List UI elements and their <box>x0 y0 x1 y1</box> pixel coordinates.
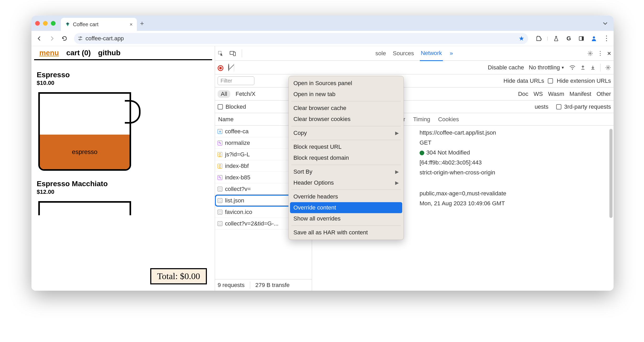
ctx-open-tab[interactable]: Open in new tab <box>289 89 404 100</box>
network-filter-row: Filter Hide data URLs Hide extension URL… <box>215 74 614 87</box>
mug-fill-label: espresso <box>72 148 97 156</box>
network-conditions-icon[interactable] <box>569 65 576 70</box>
device-toolbar-icon[interactable] <box>230 51 237 56</box>
chevron-right-icon: ▶ <box>395 130 399 136</box>
forward-button[interactable] <box>47 33 57 44</box>
ctx-sort-by[interactable]: Sort By▶ <box>289 166 404 177</box>
hide-ext-checkbox[interactable] <box>548 78 553 84</box>
settings-gear-icon[interactable] <box>587 51 593 56</box>
extensions-icon[interactable] <box>534 34 543 43</box>
disable-cache-label[interactable]: Disable cache <box>488 64 524 71</box>
url-text: coffee-cart.app <box>85 35 516 42</box>
network-blocked-row: Blocked uests 3rd-party requests <box>215 101 614 113</box>
tab-sources[interactable]: Sources <box>392 50 415 57</box>
titlebar: Coffee cart × + <box>31 16 614 31</box>
filter-manifest[interactable]: Manifest <box>570 91 591 97</box>
url-bar-row: coffee-cart.app ★ | G ⋮ <box>31 31 614 46</box>
ctx-override-headers[interactable]: Override headers <box>289 191 404 202</box>
devtools-kebab-icon[interactable]: ⋮ <box>597 50 603 57</box>
record-button[interactable] <box>218 64 223 71</box>
filter-fetch[interactable]: Fetch/X <box>235 91 255 97</box>
tab-title: Coffee cart <box>73 21 98 27</box>
svg-rect-3 <box>81 39 82 40</box>
side-panel-icon[interactable] <box>577 34 586 43</box>
filter-ws[interactable]: WS <box>534 91 543 97</box>
hide-data-urls-label[interactable]: Hide data URLs <box>503 78 544 84</box>
request-url-value: https://coffee-cart.app/list.json <box>420 129 610 136</box>
upload-icon[interactable] <box>580 65 586 70</box>
svg-rect-5 <box>78 39 79 40</box>
reload-button[interactable] <box>59 33 70 44</box>
blocked-label[interactable]: Blocked <box>226 103 246 110</box>
tab-timing[interactable]: Timing <box>413 116 430 123</box>
more-tabs-icon[interactable]: » <box>448 50 455 57</box>
ctx-show-overrides[interactable]: Show all overrides <box>289 213 404 224</box>
page-viewport: menu cart (0) github Espresso $10.00 esp… <box>31 46 215 291</box>
nav-menu-link[interactable]: menu <box>39 49 59 57</box>
third-party-label[interactable]: 3rd-party requests <box>564 103 611 110</box>
filter-all[interactable]: All <box>218 90 230 98</box>
ctx-clear-cookies[interactable]: Clear browser cookies <box>289 114 404 125</box>
total-box[interactable]: Total: $0.00 <box>150 268 207 284</box>
profile-icon[interactable] <box>589 34 598 43</box>
nav-cart-link[interactable]: cart (0) <box>66 49 91 57</box>
close-tab-button[interactable]: × <box>130 21 133 27</box>
mug-illustration-2[interactable] <box>37 200 142 215</box>
ctx-header-options[interactable]: Header Options▶ <box>289 177 404 188</box>
ctx-clear-cache[interactable]: Clear browser cache <box>289 103 404 114</box>
request-list-footer: 9 requests 279 B transfe <box>215 279 312 291</box>
blocked-checkbox[interactable] <box>218 104 223 109</box>
ctx-copy[interactable]: Copy▶ <box>289 128 404 139</box>
svg-point-12 <box>589 53 591 54</box>
tab-cookies[interactable]: Cookies <box>438 116 459 123</box>
ctx-override-content[interactable]: Override content <box>290 202 402 213</box>
ctx-open-sources[interactable]: Open in Sources panel <box>289 78 404 89</box>
hide-ext-label[interactable]: Hide extension URLs <box>557 78 611 84</box>
tab-network[interactable]: Network <box>420 50 443 61</box>
new-tab-button[interactable]: + <box>140 19 144 27</box>
status-value: 304 Not Modified <box>420 149 610 156</box>
uests-label: uests <box>535 103 549 110</box>
minimize-window-button[interactable] <box>43 21 48 26</box>
filter-doc[interactable]: Doc <box>518 91 528 97</box>
nav-github-link[interactable]: github <box>98 49 121 57</box>
browser-toolbar-icons: | G ⋮ <box>534 34 611 43</box>
labs-icon[interactable] <box>552 34 561 43</box>
ctx-block-domain[interactable]: Block request domain <box>289 152 404 163</box>
clear-button[interactable] <box>228 64 229 71</box>
filter-other[interactable]: Other <box>597 91 611 97</box>
filter-input[interactable]: Filter <box>218 76 254 85</box>
site-settings-icon[interactable] <box>78 36 83 41</box>
address-bar[interactable]: coffee-cart.app ★ <box>74 33 528 44</box>
download-icon[interactable] <box>590 65 595 70</box>
tab-console[interactable]: sole <box>374 50 387 57</box>
chevron-right-icon: ▶ <box>395 169 399 175</box>
product-price: $10.00 <box>37 80 210 86</box>
maximize-window-button[interactable] <box>51 21 56 26</box>
filter-wasm[interactable]: Wasm <box>548 91 564 97</box>
scrollbar[interactable] <box>609 129 613 218</box>
ctx-save-har[interactable]: Save all as HAR with content <box>289 227 404 238</box>
close-window-button[interactable] <box>35 21 40 26</box>
ctx-block-url[interactable]: Block request URL <box>289 141 404 152</box>
page-body: Espresso $10.00 espresso Espresso Macchi… <box>31 60 215 220</box>
kebab-menu-icon[interactable]: ⋮ <box>602 34 611 43</box>
third-party-checkbox[interactable] <box>556 104 561 109</box>
tab-search-button[interactable] <box>600 19 610 28</box>
google-icon[interactable]: G <box>564 34 573 43</box>
mug-illustration[interactable]: espresso <box>37 91 142 174</box>
network-type-row: All Fetch/X Doc WS Wasm Manifest Other <box>215 87 614 101</box>
browser-tab[interactable]: Coffee cart × <box>61 18 137 31</box>
inspect-icon[interactable] <box>218 51 225 56</box>
throttling-select[interactable]: No throttling ▼ <box>529 64 565 71</box>
request-method-value: GET <box>420 139 610 146</box>
svg-point-14 <box>607 67 609 68</box>
svg-point-13 <box>572 69 573 70</box>
network-settings-icon[interactable] <box>605 65 611 70</box>
product-title-2: Espresso Macchiato <box>37 180 210 188</box>
bookmark-star-icon[interactable]: ★ <box>519 35 524 42</box>
svg-point-4 <box>79 39 80 40</box>
remote-addr-value: [64:ff9b::4b02:3c05]:443 <box>420 159 610 166</box>
close-devtools-button[interactable]: × <box>607 50 611 57</box>
back-button[interactable] <box>34 33 45 44</box>
